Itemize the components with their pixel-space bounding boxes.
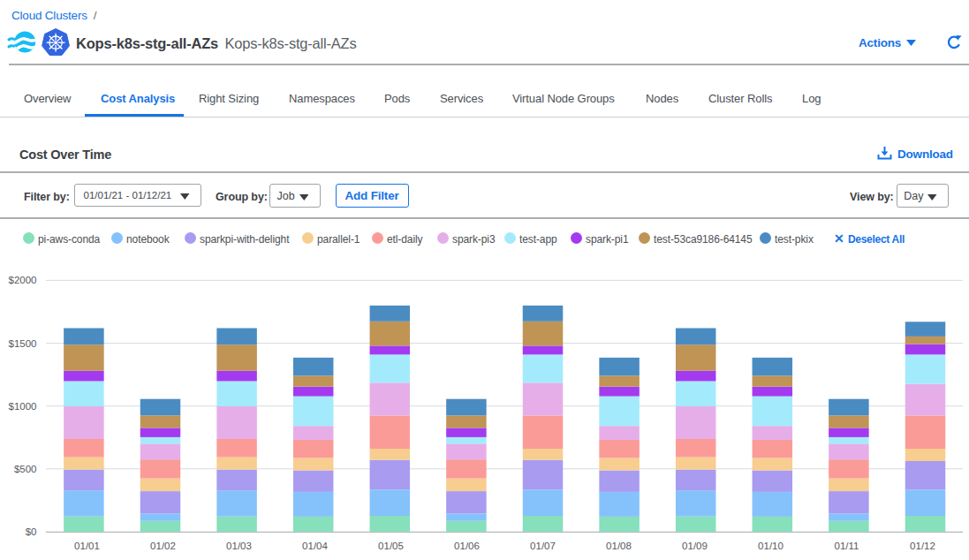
svg-text:01/07: 01/07 — [530, 541, 556, 551]
svg-text:01/04: 01/04 — [302, 541, 328, 551]
svg-text:01/03: 01/03 — [226, 541, 252, 551]
svg-text:01/12: 01/12 — [910, 541, 935, 551]
svg-text:01/01: 01/01 — [74, 541, 100, 551]
svg-text:$1500: $1500 — [9, 338, 37, 349]
svg-text:01/08: 01/08 — [606, 541, 632, 551]
svg-text:01/06: 01/06 — [454, 541, 480, 551]
svg-text:01/11: 01/11 — [835, 541, 859, 551]
svg-text:$2000: $2000 — [9, 275, 37, 285]
svg-text:01/09: 01/09 — [682, 541, 708, 551]
svg-text:01/02: 01/02 — [150, 541, 176, 551]
svg-text:$0: $0 — [26, 526, 37, 537]
svg-text:01/05: 01/05 — [378, 541, 404, 551]
svg-text:01/10: 01/10 — [758, 541, 784, 551]
svg-text:$500: $500 — [14, 464, 37, 474]
svg-text:$1000: $1000 — [9, 401, 37, 412]
